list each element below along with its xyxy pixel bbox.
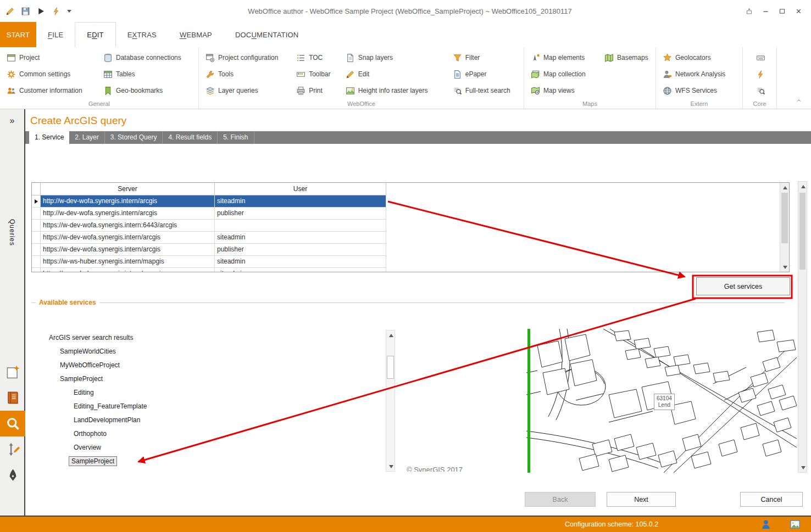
ribbon-item-wfs-services[interactable]: WFS Services: [658, 82, 742, 99]
wizard-step-2-layer[interactable]: 2. Layer: [69, 131, 104, 144]
tree-item-editing-featuretemplate[interactable]: Editing_FeatureTemplate: [31, 399, 383, 413]
status-bar: Configuration scheme: 105.0.2: [0, 517, 811, 532]
table-row[interactable]: https://w-dev-wofa.synergis.intern/arcgi…: [32, 232, 789, 244]
ribbon-item-searchdoc[interactable]: [745, 82, 776, 99]
sidebar-tool-move-edit[interactable]: [0, 436, 25, 462]
scroll-up-icon[interactable]: [386, 331, 396, 340]
ribbon-item-tables[interactable]: Tables: [99, 66, 196, 82]
tree-item-landdevelopmentplan[interactable]: LandDevelopmentPlan: [31, 413, 383, 427]
scroll-up-icon[interactable]: [780, 183, 790, 192]
queries-panel-tab[interactable]: Queries: [8, 219, 16, 246]
cancel-button[interactable]: Cancel: [740, 492, 803, 507]
get-services-button[interactable]: Get services: [696, 277, 790, 295]
page-scrollbar-thumb[interactable]: [799, 193, 806, 270]
save-icon[interactable]: [21, 7, 30, 16]
tree-item-sampleproject[interactable]: SampleProject: [31, 372, 383, 385]
scroll-up-icon[interactable]: [798, 182, 808, 191]
ribbon-item-project-configuration[interactable]: Project configuration: [201, 49, 292, 66]
ribbon-item-epaper[interactable]: ePaper: [448, 66, 524, 82]
ribbon-item-basemaps[interactable]: Basemaps: [600, 49, 655, 66]
ribbon-item-project[interactable]: Project: [2, 49, 99, 66]
grid-scrollbar-thumb[interactable]: [781, 193, 788, 243]
window-title: WebOffice author - WebOffice Sample Proj…: [77, 7, 743, 15]
ribbon-group-label-extern: Extern: [656, 100, 742, 108]
window-controls: [743, 5, 811, 17]
maximize-button[interactable]: [776, 5, 788, 17]
services-scrollbar-thumb[interactable]: [387, 356, 394, 379]
table-row[interactable]: https://w-ws-huber.synergis.intern/mapgi…: [32, 268, 789, 272]
ribbon-item-tools[interactable]: Tools: [201, 66, 292, 82]
next-button[interactable]: Next: [607, 492, 676, 507]
qat-dropdown-icon[interactable]: [67, 10, 71, 13]
table-row[interactable]: https://w-dev-wofa.synergis.intern:6443/…: [32, 220, 789, 232]
table-row[interactable]: https://w-ws-huber.synergis.intern/mapgi…: [32, 256, 789, 268]
sidebar-tool-bookmarks[interactable]: [0, 385, 25, 411]
ribbon-display-button[interactable]: [743, 5, 755, 17]
ribbon-item-map-views[interactable]: Map views: [526, 82, 600, 99]
wizard-step-3-stored-query[interactable]: 3. Stored Query: [105, 131, 163, 144]
ribbon-item-geolocators[interactable]: Geolocators: [658, 49, 742, 66]
panel-expand-button[interactable]: »: [0, 116, 24, 126]
run-icon[interactable]: [36, 7, 46, 16]
ribbon-tab-documentation[interactable]: DOCUMENTATION: [224, 22, 310, 47]
ribbon-tab-webmap[interactable]: WEBMAP: [168, 22, 224, 47]
wizard-step-1-service[interactable]: 1. Service: [29, 131, 69, 144]
ribbon-item-network-analysis[interactable]: Network Analysis: [658, 66, 742, 82]
ribbon-tab-edit[interactable]: EDIT: [75, 22, 115, 47]
ribbon-tab-start[interactable]: START: [0, 22, 36, 47]
ribbon-item-filter[interactable]: Filter: [448, 49, 524, 66]
page-vertical-scrollbar[interactable]: [798, 181, 807, 473]
ribbon-tab-file[interactable]: FILE: [36, 22, 75, 47]
scroll-down-icon[interactable]: [386, 462, 396, 471]
grid-vertical-scrollbar[interactable]: [780, 183, 789, 272]
ribbon-item-print[interactable]: Print: [292, 82, 341, 99]
column-header-user[interactable]: User: [215, 183, 386, 195]
table-row[interactable]: http://w-dev-wofa.synergis.intern/arcgis…: [32, 195, 789, 208]
edit-pencil-icon[interactable]: [5, 7, 15, 16]
tree-item-editing[interactable]: Editing: [31, 385, 383, 399]
sidebar-tool-new-item[interactable]: [0, 359, 25, 385]
table-row[interactable]: https://w-dev-wofa.synergis.intern/arcgi…: [32, 244, 789, 256]
sidebar-tool-query-search[interactable]: [0, 411, 25, 436]
ribbon-item-toc[interactable]: TOC: [292, 49, 341, 66]
scroll-down-icon[interactable]: [798, 463, 808, 472]
ribbon-item-snap-layers[interactable]: Snap layers: [341, 49, 448, 66]
ribbon-group-general: ProjectCommon settingsCustomer informati…: [0, 47, 199, 109]
services-scrollbar[interactable]: [386, 330, 395, 472]
ribbon-item-database-connections[interactable]: Database connections: [99, 49, 196, 66]
tree-item-sampleproject[interactable]: SampleProject: [31, 454, 383, 468]
ribbon-item-height-info-raster-layers[interactable]: Height info raster layers: [341, 82, 448, 99]
minimize-button[interactable]: [759, 5, 771, 17]
basemaps-icon: [604, 53, 614, 63]
ribbon-item-layer-queries[interactable]: Layer queries: [201, 82, 292, 99]
ribbon-tab-extras[interactable]: EXTRAS: [116, 22, 168, 47]
ribbon-item-map-elements[interactable]: Map elements: [526, 49, 600, 66]
ribbon-collapse-button[interactable]: [787, 47, 811, 109]
scroll-down-icon[interactable]: [780, 262, 790, 272]
tree-item-mywebofficeproject[interactable]: MyWebOfficeProject: [31, 358, 383, 372]
wizard-step-5-finish[interactable]: 5. Finish: [218, 131, 254, 144]
ribbon-item-edit[interactable]: Edit: [341, 66, 448, 82]
ribbon-item-common-settings[interactable]: Common settings: [2, 66, 99, 82]
user-status-icon[interactable]: [760, 519, 771, 530]
tree-item-overview[interactable]: Overview: [31, 440, 383, 454]
ribbon-item-map-collection[interactable]: Map collection: [526, 66, 600, 82]
tree-item-orthophoto[interactable]: Orthophoto: [31, 427, 383, 440]
ribbon-item-full-text-search[interactable]: Full-text search: [448, 82, 524, 99]
ribbon-item-toolbar[interactable]: Toolbar: [292, 66, 341, 82]
sidebar-tool-signature-pen[interactable]: [0, 462, 25, 488]
tree-item-arcgis-server-search-results[interactable]: ArcGIS server search results: [31, 331, 383, 344]
column-header-server[interactable]: Server: [41, 183, 215, 195]
ribbon-item-keyboard[interactable]: [745, 49, 776, 66]
close-button[interactable]: [792, 5, 804, 17]
quick-tool-icon[interactable]: [52, 7, 61, 16]
tree-item-sampleworldcities[interactable]: SampleWorldCities: [31, 344, 383, 358]
scheme-image-icon[interactable]: [790, 519, 801, 530]
back-button[interactable]: Back: [525, 492, 596, 507]
wizard-step-4-result-fields[interactable]: 4. Result fields: [163, 131, 218, 144]
table-row[interactable]: http://w-dev-wofa.synergis.intern/arcgis…: [32, 208, 789, 220]
cell-server: http://w-dev-wofa.synergis.intern/arcgis: [41, 195, 215, 208]
ribbon-item-geo-bookmarks[interactable]: Geo-bookmarks: [99, 82, 196, 99]
ribbon-item-customer-information[interactable]: Customer information: [2, 82, 99, 99]
ribbon-item-flash[interactable]: [745, 66, 776, 82]
